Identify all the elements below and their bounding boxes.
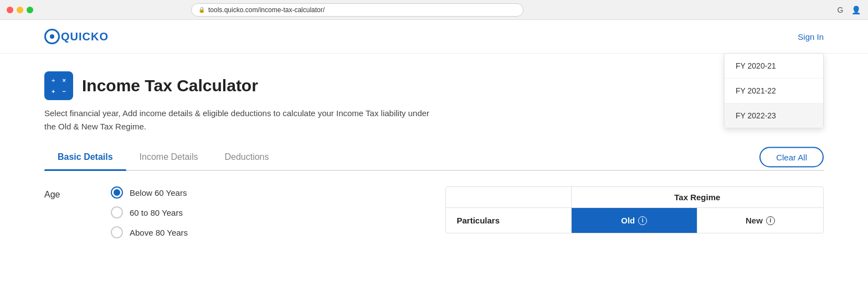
logo-text: QUICKO	[61, 30, 109, 43]
age-label-above80: Above 80 Years	[130, 228, 188, 237]
age-label: Age	[44, 186, 89, 200]
main-grid: Age Below 60 Years 60 to 80 Years	[44, 171, 824, 238]
browser-right-icons: G 👤	[835, 4, 861, 15]
age-option-60to80[interactable]: 60 to 80 Years	[111, 206, 188, 218]
age-option-above80[interactable]: Above 80 Years	[111, 226, 188, 238]
regime-header-left-spacer	[446, 187, 572, 207]
age-label-60to80: 60 to 80 Years	[130, 208, 183, 217]
new-regime-label: New	[746, 216, 763, 225]
calculator-icon: ÷ × + −	[44, 71, 73, 100]
fy-option-2022[interactable]: FY 2022-23	[725, 103, 823, 128]
browser-bar: 🔒 tools.quicko.com/income-tax-calculator…	[0, 0, 868, 20]
calc-cell-4: −	[63, 88, 66, 95]
logo-icon	[44, 29, 60, 44]
left-panel: Age Below 60 Years 60 to 80 Years	[44, 186, 423, 238]
fy-dropdown: FY 2020-21 FY 2021-22 FY 2022-23	[724, 53, 824, 128]
fy-option-2021[interactable]: FY 2021-22	[725, 79, 823, 103]
close-window-button[interactable]	[7, 7, 13, 13]
calc-cell-2: ×	[63, 77, 66, 84]
tab-basic-details[interactable]: Basic Details	[44, 144, 126, 170]
age-label-below60: Below 60 Years	[130, 188, 187, 197]
hero-description: Select financial year, Add income detail…	[44, 107, 432, 133]
new-regime-button[interactable]: New i	[697, 208, 823, 233]
right-panel: Tax Regime Particulars Old i New i	[445, 186, 824, 238]
content-area: Basic Details Income Details Deductions …	[0, 144, 868, 238]
old-regime-info-icon[interactable]: i	[638, 216, 647, 225]
profile-icon-button[interactable]: 👤	[850, 4, 861, 15]
url-text: tools.quicko.com/income-tax-calculator/	[208, 6, 325, 14]
radio-above80[interactable]	[111, 226, 123, 238]
age-form-row: Age Below 60 Years 60 to 80 Years	[44, 186, 423, 238]
regime-header-title: Tax Regime	[572, 187, 823, 207]
site-header: QUICKO Sign In	[0, 20, 868, 54]
logo: QUICKO	[44, 29, 109, 44]
regime-table-header: Tax Regime	[446, 187, 824, 208]
calc-cell-3: +	[52, 88, 55, 95]
minimize-window-button[interactable]	[17, 7, 23, 13]
tabs-row: Basic Details Income Details Deductions …	[44, 144, 824, 171]
new-regime-info-icon[interactable]: i	[766, 216, 775, 225]
regime-sub-header: Particulars Old i New i	[446, 208, 824, 233]
main-page: QUICKO Sign In FY 2020-21 FY 2021-22 FY …	[0, 20, 868, 281]
google-icon-button[interactable]: G	[835, 4, 846, 15]
old-regime-button[interactable]: Old i	[572, 208, 697, 233]
hero-title-row: ÷ × + − Income Tax Calculator	[44, 71, 824, 100]
sign-in-button[interactable]: Sign In	[798, 32, 824, 41]
regime-table: Tax Regime Particulars Old i New i	[445, 186, 824, 233]
clear-all-button[interactable]: Clear All	[759, 147, 824, 168]
browser-window-controls	[7, 7, 33, 13]
fy-option-2020[interactable]: FY 2020-21	[725, 54, 823, 79]
calc-cell-1: ÷	[52, 77, 55, 84]
tab-deductions[interactable]: Deductions	[211, 144, 282, 170]
page-title: Income Tax Calculator	[82, 76, 258, 95]
tab-income-details[interactable]: Income Details	[126, 144, 212, 170]
maximize-window-button[interactable]	[27, 7, 33, 13]
radio-below60[interactable]	[111, 186, 123, 199]
radio-60to80[interactable]	[111, 206, 123, 218]
age-radio-group: Below 60 Years 60 to 80 Years Above 80 Y…	[111, 186, 188, 238]
lock-icon: 🔒	[198, 7, 205, 13]
address-bar[interactable]: 🔒 tools.quicko.com/income-tax-calculator…	[191, 3, 523, 17]
old-regime-label: Old	[621, 216, 635, 225]
age-option-below60[interactable]: Below 60 Years	[111, 186, 188, 199]
particulars-header: Particulars	[446, 208, 572, 233]
